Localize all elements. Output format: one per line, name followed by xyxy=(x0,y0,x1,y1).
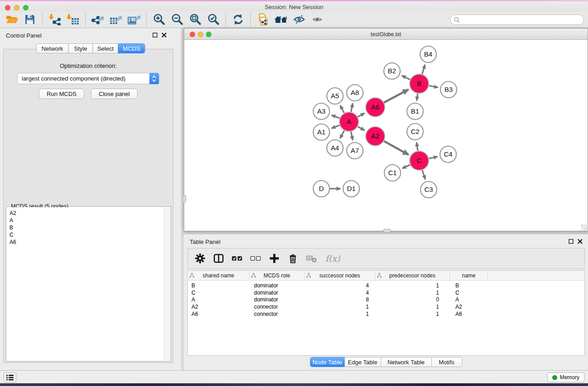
graph-edge-A-A1[interactable] xyxy=(332,125,340,129)
tab-style[interactable]: Style xyxy=(68,43,93,53)
tab-network-table[interactable]: Network Table xyxy=(381,357,432,367)
table-cell[interactable]: A6 xyxy=(450,311,488,317)
graph-edge-A-A4[interactable] xyxy=(340,130,344,138)
column-header-name[interactable]: name xyxy=(450,271,488,280)
export-network-button[interactable] xyxy=(89,12,107,27)
table-cell[interactable]: 1 xyxy=(305,304,375,310)
mcds-result-item[interactable]: A2 xyxy=(7,210,164,217)
zoom-selected-button[interactable] xyxy=(204,12,222,27)
function-builder-button[interactable]: f(x) xyxy=(325,253,341,264)
graph-edge-A-A2[interactable] xyxy=(358,127,364,130)
left-splitter-grip[interactable] xyxy=(182,195,186,202)
delete-columns-button[interactable] xyxy=(287,253,298,264)
table-settings-button[interactable] xyxy=(195,253,206,264)
table-cell[interactable]: 1 xyxy=(375,290,450,296)
table-row-B[interactable]: Bdominator41B xyxy=(188,282,584,289)
tab-edge-table[interactable]: Edge Table xyxy=(344,357,381,367)
import-network-button[interactable] xyxy=(46,12,64,27)
clone-network-button[interactable] xyxy=(254,12,272,27)
graph-edge-A2-C[interactable] xyxy=(384,141,408,155)
table-cell[interactable]: C xyxy=(188,290,249,296)
graph-edge-A-A7[interactable] xyxy=(351,132,353,140)
table-cell[interactable]: A6 xyxy=(188,311,249,317)
graph-edge-A-A3[interactable] xyxy=(332,115,340,119)
export-image-button[interactable] xyxy=(125,12,143,27)
table-cell[interactable]: connector xyxy=(249,304,305,310)
table-cell[interactable]: 1 xyxy=(305,311,375,317)
table-cell[interactable]: C xyxy=(450,290,488,296)
table-cell[interactable]: A2 xyxy=(188,304,249,310)
table-cell[interactable]: A xyxy=(188,296,249,303)
mcds-result-item[interactable]: C xyxy=(7,231,164,238)
close-panel-icon[interactable] xyxy=(578,239,583,244)
task-history-button[interactable] xyxy=(4,372,16,382)
unselect-all-columns-button[interactable] xyxy=(250,253,261,264)
resize-grip-icon[interactable] xyxy=(581,224,587,230)
column-header-mcds-role[interactable]: MCDS role xyxy=(249,271,305,280)
tab-mcds[interactable]: MCDS xyxy=(118,43,145,53)
zoom-out-button[interactable] xyxy=(168,12,186,27)
table-cell[interactable]: connector xyxy=(249,311,305,317)
run-mcds-button[interactable]: Run MCDS xyxy=(39,89,84,99)
table-row-C[interactable]: Cdominator41C xyxy=(188,289,584,296)
graph-edge-C-C3[interactable] xyxy=(422,170,425,179)
close-panel-icon[interactable] xyxy=(162,33,167,38)
table-cell[interactable]: 4 xyxy=(305,290,375,296)
tab-node-table[interactable]: Node Table xyxy=(310,357,345,367)
table-cell[interactable]: A xyxy=(450,296,488,303)
graph-edge-A-A5[interactable] xyxy=(340,105,344,113)
column-header-successor-nodes[interactable]: successor nodes xyxy=(305,271,375,280)
graph-edge-B-B3[interactable] xyxy=(429,86,438,87)
hide-selected-button[interactable] xyxy=(290,12,308,27)
table-row-A[interactable]: Adominator80A xyxy=(188,296,584,304)
search-input[interactable] xyxy=(460,16,583,24)
import-table-button[interactable] xyxy=(64,12,82,27)
home-view-button[interactable] xyxy=(272,12,290,27)
graph-edge-A-A6[interactable] xyxy=(358,113,364,117)
mcds-result-list[interactable]: A2ABCA6 xyxy=(7,207,164,361)
float-panel-icon[interactable] xyxy=(153,33,158,38)
table-cell[interactable]: B xyxy=(188,282,249,289)
memory-button[interactable]: Memory xyxy=(547,372,584,382)
table-row-A6[interactable]: A6connector11A6 xyxy=(188,310,584,318)
mcds-result-item[interactable]: B xyxy=(7,224,164,231)
graph-edge-B-B2[interactable] xyxy=(402,76,410,80)
delete-table-button[interactable] xyxy=(306,253,317,264)
mcds-result-item[interactable]: A xyxy=(7,217,164,224)
table-cell[interactable]: 1 xyxy=(375,311,450,317)
optimization-criterion-dropdown[interactable]: largest connected component (directed) xyxy=(17,73,159,84)
graph-edge-A6-B[interactable] xyxy=(384,90,408,103)
open-session-button[interactable] xyxy=(3,12,21,27)
graph-edge-B-B4[interactable] xyxy=(422,65,425,74)
table-row-A2[interactable]: A2connector11A2 xyxy=(188,303,584,310)
graph-edge-C-C2[interactable] xyxy=(416,143,418,151)
table-cell[interactable]: 8 xyxy=(305,296,375,303)
table-cell[interactable]: 1 xyxy=(375,282,450,289)
result-list-scrollbar[interactable] xyxy=(164,207,170,361)
create-column-button[interactable] xyxy=(269,253,280,264)
refresh-view-button[interactable] xyxy=(229,12,247,27)
zoom-network-button[interactable] xyxy=(206,32,211,37)
graph-edge-A-A8[interactable] xyxy=(351,104,353,112)
column-header-shared-name[interactable]: shared name xyxy=(188,271,249,280)
close-network-button[interactable] xyxy=(190,32,195,37)
network-canvas[interactable]: B4B2BB3A8A5A6A3B1AA1C2A2A4A7C4CC1C3DD1 xyxy=(184,40,588,231)
table-cell[interactable]: 0 xyxy=(375,296,450,303)
graph-edge-C-C1[interactable] xyxy=(402,165,410,168)
graph-edge-C-C4[interactable] xyxy=(429,157,438,158)
toggle-panel-split-button[interactable] xyxy=(213,253,224,264)
zoom-fit-button[interactable] xyxy=(186,12,204,27)
table-cell[interactable]: 1 xyxy=(375,304,450,310)
table-cell[interactable]: 4 xyxy=(305,282,375,289)
column-header-predecessor-nodes[interactable]: predecessor nodes xyxy=(375,271,450,280)
bottom-splitter-grip[interactable] xyxy=(383,229,391,233)
export-table-button[interactable] xyxy=(107,12,125,27)
tab-motifs[interactable]: Motifs xyxy=(431,357,462,367)
table-cell[interactable]: B xyxy=(450,282,488,289)
float-panel-icon[interactable] xyxy=(569,239,574,244)
global-search-field[interactable] xyxy=(450,14,584,25)
select-all-columns-button[interactable] xyxy=(232,253,243,264)
graph-edge-B-B1[interactable] xyxy=(417,94,418,101)
table-cell[interactable]: dominator xyxy=(249,290,305,296)
tab-select[interactable]: Select xyxy=(93,43,119,53)
